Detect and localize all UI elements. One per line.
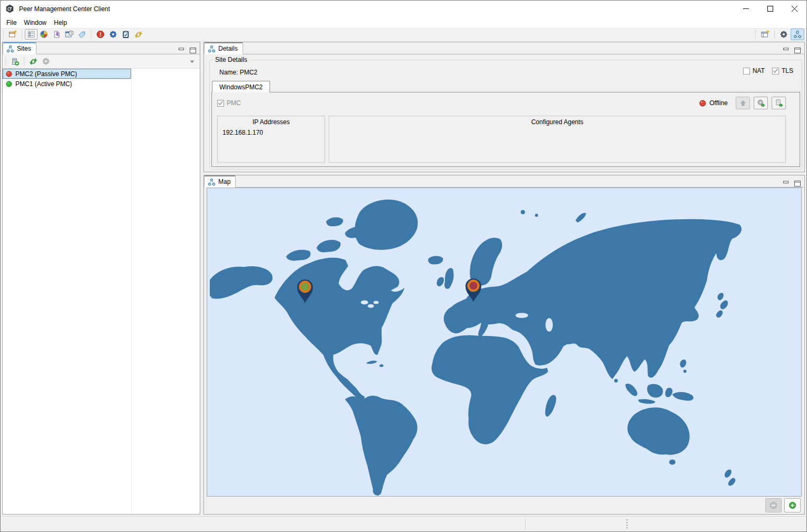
new-wizard-icon — [8, 30, 17, 39]
sync-button[interactable] — [132, 29, 145, 40]
land-new-zealand — [725, 470, 735, 486]
tag-icon — [78, 30, 86, 39]
open-perspective-button[interactable] — [758, 29, 772, 40]
minimize-view-button[interactable] — [178, 46, 185, 54]
preferences-list-button[interactable] — [25, 29, 38, 40]
new-wizard-button[interactable] — [6, 29, 19, 40]
maximize-view-button[interactable] — [189, 46, 197, 54]
site-name-label: Name: PMC2 — [219, 69, 257, 76]
promote-arrow-icon — [739, 99, 747, 107]
toolbar-grip[interactable] — [21, 30, 23, 39]
add-site-button[interactable] — [8, 55, 21, 67]
tab-sites-label: Sites — [17, 45, 31, 52]
zoom-in-button[interactable] — [784, 498, 801, 512]
view-menu-button[interactable] — [190, 58, 194, 65]
network-triangle-icon — [208, 45, 216, 53]
sites-toolbar — [3, 54, 200, 69]
ip-addresses-table[interactable]: IP Addresses 192.168.1.170 — [217, 116, 325, 163]
tab-sites[interactable]: Sites — [3, 42, 36, 54]
site-tab-content: PMC Offline — [211, 92, 800, 167]
refresh-sites-button[interactable] — [27, 55, 40, 67]
check-icon — [773, 68, 778, 73]
tag-button[interactable] — [76, 29, 88, 40]
site-details-group: Site Details Name: PMC2 NAT TLS — [209, 60, 802, 170]
world-map-image — [207, 188, 801, 496]
minimize-button[interactable] — [734, 1, 758, 17]
nat-checkbox[interactable]: NAT — [743, 67, 765, 74]
land-cuba — [366, 361, 384, 367]
maximize-button[interactable] — [758, 1, 782, 17]
flash-document-button[interactable] — [50, 29, 63, 40]
refresh-icon — [29, 57, 38, 66]
pmc-checkbox-box[interactable] — [217, 100, 224, 107]
world-map-canvas[interactable] — [207, 188, 802, 497]
perspective-bar — [753, 29, 804, 40]
site-row-label: PMC2 (Passive PMC) — [15, 70, 77, 78]
sites-panel: Sites — [2, 42, 200, 515]
land-philippines-south — [683, 370, 687, 373]
menu-help[interactable]: Help — [50, 18, 71, 27]
toolbar-grip[interactable] — [754, 30, 757, 39]
configured-agents-header: Configured Agents — [329, 116, 785, 128]
details-body: Site Details Name: PMC2 NAT TLS — [204, 54, 804, 172]
schedule-icon — [65, 30, 73, 39]
app-logo-icon — [5, 4, 14, 13]
land-tasmania — [669, 460, 675, 465]
minimize-view-icon — [783, 48, 789, 53]
promote-button[interactable] — [736, 97, 750, 109]
minimize-view-button[interactable] — [782, 180, 790, 187]
schedule-button[interactable] — [63, 29, 76, 40]
close-button[interactable] — [782, 1, 806, 17]
tls-checkbox-box[interactable] — [772, 68, 779, 74]
land-north-america — [274, 258, 404, 399]
ip-address-row[interactable]: 192.168.1.170 — [218, 128, 324, 137]
zoom-in-icon — [789, 501, 796, 509]
tab-windowspmc2[interactable]: WindowsPMC2 — [212, 81, 270, 92]
zoom-out-button[interactable] — [765, 498, 782, 512]
maximize-view-button[interactable] — [794, 180, 801, 187]
tab-map[interactable]: Map — [204, 175, 236, 188]
minimize-view-button[interactable] — [782, 46, 790, 54]
great-lakes — [368, 304, 374, 308]
tab-details[interactable]: Details — [204, 42, 243, 54]
toolbar-grip[interactable] — [4, 57, 7, 66]
network-perspective-button[interactable] — [791, 29, 804, 40]
title-bar: Peer Management Center Client — [1, 1, 806, 17]
tls-checkbox[interactable]: TLS — [772, 67, 793, 74]
configured-agents-table[interactable]: Configured Agents — [329, 116, 786, 163]
settings-gear-icon — [109, 30, 117, 39]
tasks-button[interactable] — [119, 29, 132, 40]
perspective-settings-button[interactable] — [777, 29, 791, 40]
document-export-button[interactable] — [772, 97, 786, 109]
maximize-view-button[interactable] — [794, 46, 801, 54]
maximize-view-icon — [190, 48, 196, 53]
toolbar-grip[interactable] — [2, 30, 5, 39]
group-title: Site Details — [213, 56, 249, 63]
site-settings-button[interactable] — [40, 55, 52, 67]
status-grip[interactable] — [626, 519, 628, 529]
pie-chart-icon — [40, 30, 48, 39]
details-tables: IP Addresses 192.168.1.170 Configured Ag… — [217, 116, 786, 163]
site-row-pmc1[interactable]: PMC1 (Active PMC) — [3, 79, 131, 89]
open-perspective-icon — [761, 30, 769, 39]
document-export-icon — [775, 99, 783, 107]
details-panel: Details Site Details Name: PMC2 — [203, 42, 805, 172]
land-japan — [716, 293, 728, 318]
main-toolbar — [1, 28, 806, 40]
gear-export-button[interactable] — [754, 97, 768, 109]
toolbar-grip[interactable] — [90, 30, 92, 39]
nat-label: NAT — [753, 67, 765, 74]
alerts-button[interactable] — [94, 29, 107, 40]
land-philippines — [680, 360, 687, 368]
nat-tls-row: NAT TLS — [743, 67, 793, 74]
status-dot-icon — [6, 71, 12, 77]
menu-file[interactable]: File — [3, 18, 20, 27]
site-row-pmc2[interactable]: PMC2 (Passive PMC) — [3, 69, 131, 79]
nat-checkbox-box[interactable] — [743, 68, 750, 74]
status-row: Offline — [699, 97, 786, 109]
pmc-checkbox[interactable]: PMC — [217, 99, 241, 107]
pie-chart-button[interactable] — [38, 29, 50, 40]
settings-button[interactable] — [107, 29, 119, 40]
menu-window[interactable]: Window — [20, 18, 50, 27]
status-label: Offline — [710, 99, 728, 107]
